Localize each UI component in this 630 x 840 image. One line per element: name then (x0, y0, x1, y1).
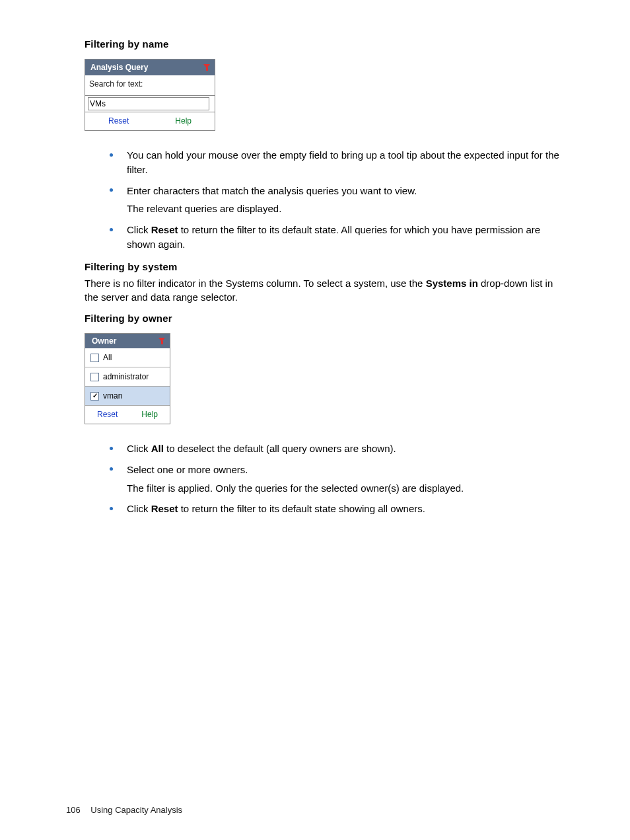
owner-label: All (103, 353, 112, 362)
list-item: Click Reset to return the filter to its … (110, 502, 565, 516)
owner-panel: Owner Alladministratorvman Reset Help (85, 333, 170, 424)
checkbox[interactable] (90, 373, 99, 381)
bullet-subtext: The filter is applied. Only the queries … (127, 481, 565, 496)
bold-text: Systems in (426, 278, 478, 289)
owner-label: administrator (103, 372, 149, 381)
owner-row[interactable]: administrator (85, 367, 170, 386)
reset-link[interactable]: Reset (97, 410, 118, 419)
bold-text: Reset (151, 224, 178, 235)
filtering-by-system-paragraph: There is no filter indicator in the Syst… (85, 276, 565, 305)
heading-filtering-by-owner: Filtering by owner (85, 313, 565, 324)
owner-header: Owner (85, 334, 170, 348)
search-for-text-label: Search for text: (89, 79, 211, 89)
heading-filtering-by-system: Filtering by system (85, 261, 565, 272)
search-input[interactable] (88, 97, 209, 110)
bullet-text: Click (127, 503, 151, 514)
filtering-by-name-bullets: You can hold your mouse over the empty f… (85, 148, 565, 252)
owner-row[interactable]: All (85, 348, 170, 367)
list-item: You can hold your mouse over the empty f… (110, 148, 565, 177)
owner-row[interactable]: vman (85, 386, 170, 405)
owner-title: Owner (92, 336, 116, 346)
heading-filtering-by-name: Filtering by name (85, 38, 565, 50)
analysis-query-header: Analysis Query (85, 59, 215, 75)
bullet-subtext: The relevant queries are displayed. (127, 202, 565, 216)
list-item: Select one or more owners. The filter is… (110, 463, 565, 496)
bullet-text: to return the filter to its default stat… (127, 224, 540, 250)
chapter-title: Using Capacity Analysis (90, 805, 182, 815)
list-item: Enter characters that match the analysis… (110, 184, 565, 217)
bold-text: All (151, 443, 164, 454)
bullet-text: to return the filter to its default stat… (178, 503, 425, 514)
bullet-text: Click (127, 224, 151, 235)
para-text: There is no filter indicator in the Syst… (85, 278, 426, 289)
analysis-query-panel: Analysis Query Search for text: Reset He… (85, 59, 215, 131)
checkbox[interactable] (90, 392, 99, 401)
owner-label: vman (103, 391, 122, 401)
reset-link[interactable]: Reset (108, 116, 129, 126)
list-item: Click Reset to return the filter to its … (110, 223, 565, 252)
bullet-text: Select one or more owners. (127, 464, 248, 475)
checkbox[interactable] (90, 354, 99, 362)
page-footer: 106 Using Capacity Analysis (66, 805, 182, 815)
filtering-by-owner-bullets: Click All to deselect the default (all q… (85, 441, 565, 516)
analysis-query-title: Analysis Query (90, 63, 148, 72)
filter-icon[interactable] (203, 64, 211, 71)
page-number: 106 (66, 805, 81, 815)
list-item: Click All to deselect the default (all q… (110, 441, 565, 456)
bullet-text: You can hold your mouse over the empty f… (127, 149, 559, 175)
bullet-text: Enter characters that match the analysis… (127, 185, 417, 196)
bold-text: Reset (151, 503, 178, 514)
help-link[interactable]: Help (175, 116, 192, 126)
bullet-text: to deselect the default (all query owner… (164, 443, 396, 454)
filter-icon[interactable] (158, 338, 166, 345)
help-link[interactable]: Help (141, 410, 158, 419)
bullet-text: Click (127, 443, 151, 454)
